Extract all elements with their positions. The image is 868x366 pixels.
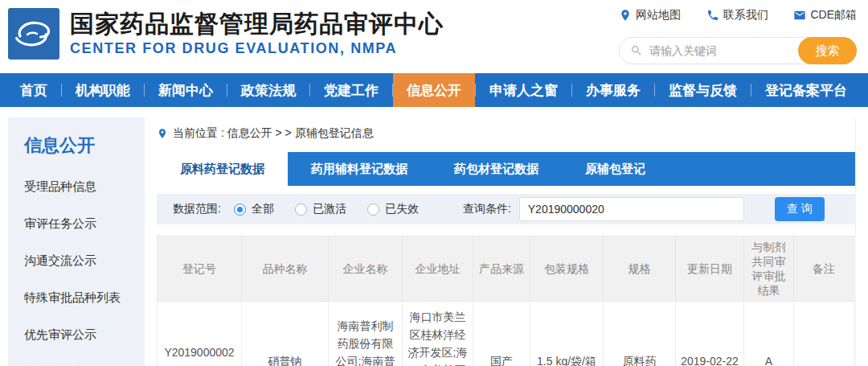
table-cell: [794, 302, 854, 366]
tab-packaging-registration-data[interactable]: 药包材登记数据: [431, 152, 562, 186]
table-cell: 海口市美兰区桂林洋经济开发区;海口市美兰区桂林洋经济开发区: [403, 302, 473, 366]
contact-link-label: 联系我们: [723, 8, 768, 23]
radio-all-label: 全部: [252, 202, 274, 216]
nav-home[interactable]: 首页: [6, 73, 61, 107]
page: 国家药品监督管理局药品审评中心 CENTER FOR DRUG EVALUATI…: [0, 0, 868, 366]
search-button[interactable]: 搜索: [798, 37, 857, 64]
mail-icon: [793, 9, 806, 22]
table-cell: Y20190000020: [158, 302, 242, 366]
query-button[interactable]: 查 询: [775, 197, 825, 221]
phone-icon: [706, 9, 719, 22]
table-header-cell: 登记号: [158, 236, 242, 302]
nav-policies[interactable]: 政策法规: [227, 73, 309, 107]
table-header-cell: 更新日期: [676, 236, 744, 302]
table-cell: 2019-02-22: [676, 302, 744, 366]
radio-circle-icon: [234, 204, 246, 216]
sidebar-title: 信息公开: [24, 134, 145, 158]
radio-expired-label: 已失效: [385, 202, 419, 216]
table-header-cell: 与制剂共同审评审批结果: [744, 236, 794, 302]
location-pin-icon: [157, 128, 168, 139]
top-header: 国家药品监督管理局药品审评中心 CENTER FOR DRUG EVALUATI…: [0, 0, 868, 73]
radio-activated[interactable]: 已激活: [295, 202, 346, 216]
radio-group: 全部已激活已失效: [234, 202, 419, 216]
table-header-cell: 品种名称: [242, 236, 329, 302]
radio-all[interactable]: 全部: [234, 202, 274, 216]
table-cell: 原料药: [604, 302, 676, 366]
sidebar-items: 受理品种信息审评任务公示沟通交流公示特殊审批品种列表优先审评公示突破性治疗公示: [24, 179, 145, 366]
sidebar: 信息公开 受理品种信息审评任务公示沟通交流公示特殊审批品种列表优先审评公示突破性…: [8, 117, 145, 366]
tab-bar: 原料药登记数据药用辅料登记数据药包材登记数据原辅包登记: [157, 152, 855, 186]
radio-expired[interactable]: 已失效: [367, 202, 419, 216]
brand: 国家药品监督管理局药品审评中心 CENTER FOR DRUG EVALUATI…: [8, 7, 444, 60]
cde-mailbox-link-label: CDE邮箱: [810, 8, 857, 23]
table-header-cell: 产品来源: [473, 236, 530, 302]
main-panel: 当前位置 : 信息公开 > > 原辅包登记信息 原料药登记数据药用辅料登记数据药…: [157, 117, 856, 366]
brand-text: 国家药品监督管理局药品审评中心 CENTER FOR DRUG EVALUATI…: [70, 10, 444, 58]
main-nav: 首页机构职能新闻中心政策法规党建工作信息公开申请人之窗办事服务监督与反馈登记备案…: [0, 73, 868, 107]
tab-raw-aux-pack-registration[interactable]: 原辅包登记: [562, 152, 669, 186]
sitemap-link-label: 网站地图: [636, 8, 681, 23]
breadcrumb-text: 当前位置 : 信息公开 > > 原辅包登记信息: [173, 126, 374, 141]
sidebar-item-communication[interactable]: 沟通交流公示: [24, 253, 145, 269]
location-pin-icon: [619, 9, 632, 22]
cde-logo-icon: [8, 8, 59, 60]
sidebar-item-special-approval-list[interactable]: 特殊审批品种列表: [24, 290, 145, 306]
nav-news-center[interactable]: 新闻中心: [145, 73, 227, 107]
table-header-cell: 备注: [794, 236, 854, 302]
query-label: 查询条件:: [463, 202, 511, 216]
radio-circle-icon: [295, 204, 307, 216]
query-input[interactable]: [519, 197, 744, 221]
search-icon: [630, 44, 643, 57]
header-right: 网站地图联系我们CDE邮箱 搜索: [619, 8, 857, 73]
search-row: 搜索: [619, 37, 857, 64]
nav-organization[interactable]: 机构职能: [62, 73, 144, 107]
table-cell: 1.5 kg/袋/箱: [530, 302, 604, 366]
nav-party-building[interactable]: 党建工作: [310, 73, 392, 107]
table-row: Y20190000020硝普钠海南普利制药股份有限公司;海南普利制药股份有限公司…: [158, 302, 854, 366]
nav-applicant-window[interactable]: 申请人之窗: [476, 73, 571, 107]
table-header-row: 登记号品种名称企业名称企业地址产品来源包装规格规格更新日期与制剂共同审评审批结果…: [158, 236, 854, 302]
sidebar-item-accepted-varieties[interactable]: 受理品种信息: [24, 179, 145, 195]
site-subtitle: CENTER FOR DRUG EVALUATION, NMPA: [70, 40, 444, 57]
sidebar-item-priority-review[interactable]: 优先审评公示: [24, 327, 145, 343]
nav-services[interactable]: 办事服务: [572, 73, 654, 107]
quick-links: 网站地图联系我们CDE邮箱: [619, 8, 857, 23]
breadcrumb: 当前位置 : 信息公开 > > 原辅包登记信息: [157, 126, 855, 141]
nav-supervision-feedback[interactable]: 监督与反馈: [655, 73, 751, 107]
search-input[interactable]: [649, 44, 782, 57]
nav-info-disclosure[interactable]: 信息公开: [393, 73, 475, 107]
table-header-cell: 规格: [604, 236, 676, 302]
tab-api-registration-data[interactable]: 原料药登记数据: [157, 152, 288, 186]
radio-activated-label: 已激活: [313, 202, 346, 216]
sidebar-item-review-tasks[interactable]: 审评任务公示: [24, 216, 145, 232]
tab-excipient-registration-data[interactable]: 药用辅料登记数据: [288, 152, 431, 186]
scope-label: 数据范围:: [173, 202, 221, 216]
contact-link[interactable]: 联系我们: [706, 8, 768, 23]
table-cell: 国产: [473, 302, 530, 366]
sitemap-link[interactable]: 网站地图: [619, 8, 681, 23]
content: 信息公开 受理品种信息审评任务公示沟通交流公示特殊审批品种列表优先审评公示突破性…: [0, 117, 868, 366]
table-cell: 海南普利制药股份有限公司;海南普利制药股份有限公司: [329, 302, 403, 366]
registration-table: 登记号品种名称企业名称企业地址产品来源包装规格规格更新日期与制剂共同审评审批结果…: [157, 236, 854, 366]
table-header-cell: 企业名称: [329, 236, 403, 302]
filter-bar: 数据范围: 全部已激活已失效 查询条件: 查 询: [157, 194, 855, 224]
cde-mailbox-link[interactable]: CDE邮箱: [793, 8, 857, 23]
table-header-cell: 企业地址: [403, 236, 473, 302]
nav-registration-platform[interactable]: 登记备案平台: [751, 73, 861, 107]
table-cell: A: [744, 302, 794, 366]
table-header-cell: 包装规格: [530, 236, 604, 302]
radio-circle-icon: [367, 204, 379, 216]
site-title: 国家药品监督管理局药品审评中心: [70, 10, 444, 39]
table-cell: 硝普钠: [242, 302, 329, 366]
